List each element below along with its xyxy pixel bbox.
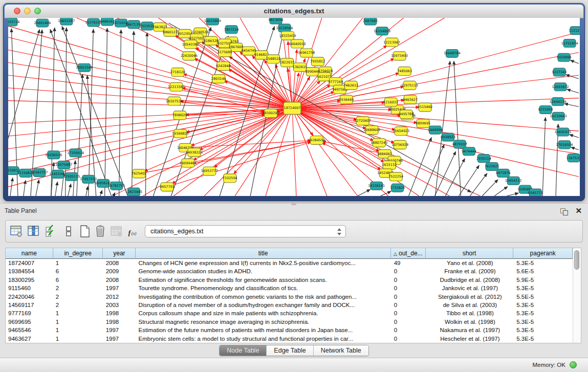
network-node[interactable]: 17016504 xyxy=(556,141,573,149)
table-row[interactable]: 977716911998Corpus callosum shape and si… xyxy=(6,309,573,317)
tab-node-table[interactable]: Node Table xyxy=(220,345,267,356)
network-node[interactable]: 8813054 xyxy=(269,18,284,24)
network-node[interactable]: 1216033 xyxy=(383,98,398,106)
network-node[interactable]: 7522254 xyxy=(388,172,403,181)
table-row[interactable]: 2242004622012Investigating the contribut… xyxy=(6,293,573,301)
network-node[interactable]: 1733426 xyxy=(390,184,405,192)
close-panel-icon[interactable]: ✕ xyxy=(575,206,582,215)
network-node[interactable]: 15276102 xyxy=(85,18,102,27)
network-node[interactable]: 7898020 xyxy=(172,111,187,120)
network-node[interactable]: 9242848 xyxy=(216,62,231,71)
column-header-title[interactable]: title xyxy=(136,248,391,259)
network-node[interactable]: 18107534 xyxy=(166,97,183,105)
network-canvas[interactable]: 2403572420691406106532871527610264661621… xyxy=(8,18,580,196)
network-node[interactable]: 9457791 xyxy=(160,183,175,191)
network-node[interactable]: 12213967 xyxy=(383,38,400,47)
network-node[interactable]: 16640910 xyxy=(289,39,306,48)
network-node[interactable]: 14136141 xyxy=(368,182,385,190)
column-header-pagerank[interactable]: pagerank xyxy=(513,248,573,259)
network-node[interactable]: 19384554 xyxy=(308,136,325,145)
vertical-scrollbar[interactable] xyxy=(573,248,581,343)
network-node[interactable]: 16210643 xyxy=(550,112,567,120)
memory-status-indicator-icon[interactable] xyxy=(570,361,577,368)
network-node[interactable]: 2687682 xyxy=(363,18,378,25)
network-node[interactable]: 8938923 xyxy=(441,133,455,141)
table-row[interactable]: 969969511998Structural magnetic resonanc… xyxy=(6,318,573,326)
network-node[interactable]: 9227343 xyxy=(552,68,567,76)
network-node[interactable]: 7625402 xyxy=(132,169,146,178)
network-node[interactable]: 16648784 xyxy=(444,49,461,57)
network-node[interactable]: 20691406 xyxy=(34,19,51,27)
network-node[interactable]: 19166825 xyxy=(172,129,189,138)
table-selector-dropdown[interactable]: citations_edges.txt xyxy=(145,225,346,237)
column-header-short[interactable]: short xyxy=(426,248,514,259)
network-node[interactable]: 9495788 xyxy=(399,110,413,119)
network-node[interactable]: 20206526 xyxy=(45,151,62,159)
network-node[interactable]: 15751874 xyxy=(561,39,578,48)
network-node[interactable]: 18300295 xyxy=(263,109,279,118)
network-node[interactable]: 9899695 xyxy=(416,119,430,128)
network-node[interactable]: 10653287 xyxy=(58,18,75,25)
network-node[interactable]: 18724007 xyxy=(284,102,301,115)
network-node[interactable]: 7462612 xyxy=(343,81,358,90)
network-node[interactable]: 10756928 xyxy=(391,140,408,149)
network-node[interactable]: 16961758 xyxy=(298,49,315,57)
network-node[interactable]: 3175685 xyxy=(217,48,232,57)
table-row[interactable]: 1872400712008Changes of HCN gene express… xyxy=(6,259,573,267)
network-node[interactable]: 16033809 xyxy=(204,18,221,25)
network-node[interactable]: 16953777 xyxy=(201,167,218,176)
column-header-out_de[interactable]: △out_de... xyxy=(391,248,426,259)
table-mode-icon[interactable] xyxy=(10,225,23,238)
network-node[interactable]: 8186328 xyxy=(204,36,219,45)
delete-table-icon[interactable] xyxy=(94,225,107,238)
network-node[interactable]: 18807249 xyxy=(371,138,387,147)
network-node[interactable]: 7857224 xyxy=(224,26,239,34)
network-node[interactable]: 12975115 xyxy=(401,81,418,90)
network-node[interactable]: 1640994 xyxy=(428,126,443,134)
table-row[interactable]: 1456911722003Disruption of a novel membe… xyxy=(6,301,573,309)
network-node[interactable]: 10975887 xyxy=(55,161,72,169)
table-row[interactable]: 946554611997Estimation of the future num… xyxy=(6,326,573,334)
network-node[interactable]: 7192594 xyxy=(223,174,237,183)
network-node[interactable]: 1615132 xyxy=(382,161,397,169)
network-node[interactable]: 7632621 xyxy=(485,163,499,171)
network-node[interactable]: 1588520 xyxy=(266,55,281,63)
network-node[interactable]: 8471876 xyxy=(496,169,511,177)
network-node[interactable]: 9474444 xyxy=(462,147,476,156)
network-node[interactable]: 10654112 xyxy=(505,177,522,185)
table-row[interactable]: 1830029562008Estimation of significance … xyxy=(6,276,573,284)
network-node[interactable]: 2803144 xyxy=(211,75,226,83)
network-node[interactable]: 9345772 xyxy=(528,189,543,196)
network-node[interactable]: 9463627 xyxy=(403,95,418,104)
network-node[interactable]: 9329968 xyxy=(557,53,572,61)
network-node[interactable]: 2936449 xyxy=(339,95,354,104)
table-row[interactable]: 911546021997Tourette syndrome. Phenomeno… xyxy=(6,284,573,292)
network-node[interactable]: 8860123 xyxy=(163,28,178,36)
network-node[interactable]: 22420046 xyxy=(181,52,198,60)
network-node[interactable]: 12444134 xyxy=(550,98,567,106)
network-node[interactable]: 14938223 xyxy=(186,148,203,157)
network-node[interactable]: 11156823 xyxy=(17,169,34,177)
network-node[interactable]: 12720407 xyxy=(354,117,371,125)
network-node[interactable]: 16782753 xyxy=(108,182,125,190)
unselect-all-icon[interactable] xyxy=(62,225,75,238)
column-header-name[interactable]: name xyxy=(6,248,53,259)
new-table-icon[interactable] xyxy=(78,225,92,238)
network-node[interactable]: 10688609 xyxy=(363,126,380,135)
network-node[interactable]: 12505115 xyxy=(63,172,80,181)
table-row[interactable]: 946362711997Embryonic stem cells: a mode… xyxy=(6,335,573,343)
network-node[interactable]: 1121270 xyxy=(569,27,580,35)
scrollbar-thumb[interactable] xyxy=(574,250,579,270)
tab-network-table[interactable]: Network Table xyxy=(314,345,368,356)
network-node[interactable]: 2718120 xyxy=(170,68,185,77)
network-node[interactable]: 19218586 xyxy=(276,24,293,32)
network-node[interactable]: 10973493 xyxy=(391,52,408,60)
column-selector-icon[interactable] xyxy=(27,225,40,238)
float-panel-icon[interactable] xyxy=(560,208,568,215)
network-node[interactable]: 8215958 xyxy=(538,106,553,114)
network-node[interactable]: 15692971 xyxy=(555,128,572,136)
network-node[interactable]: 10543382 xyxy=(182,40,199,49)
network-node[interactable]: 20053346 xyxy=(76,63,93,72)
function-builder-icon[interactable]: f(x) xyxy=(127,226,141,239)
network-node[interactable]: 7485063 xyxy=(397,67,412,76)
